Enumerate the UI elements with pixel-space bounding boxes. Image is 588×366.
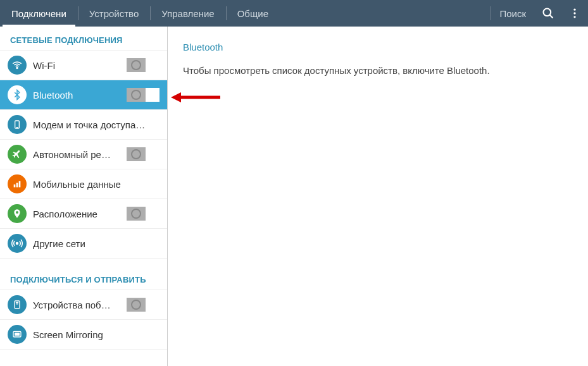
sidebar-item-label: Bluetooth [33, 90, 120, 101]
tethering-icon [8, 115, 27, 134]
sidebar-item-label: Другие сети [33, 238, 160, 249]
sidebar-item-label: Screen Mirroring [33, 329, 160, 340]
sidebar-item-label: Устройства поб… [33, 300, 120, 310]
topbar: Подключени Устройство Управление Общие П… [0, 0, 588, 27]
section-network-connections: СЕТЕВЫЕ ПОДКЛЮЧЕНИЯ [0, 27, 167, 51]
search-button[interactable]: Поиск [491, 0, 535, 27]
top-tabs: Подключени Устройство Управление Общие [0, 0, 280, 27]
mobile-data-icon [8, 174, 27, 193]
location-icon [8, 204, 27, 223]
svg-point-11 [16, 243, 18, 245]
svg-point-0 [544, 9, 551, 16]
section-connect-share: ПОДКЛЮЧИТЬСЯ И ОТПРАВИТЬ [0, 259, 167, 290]
sidebar-item-label: Мобильные данные [33, 179, 160, 190]
tab-connections[interactable]: Подключени [0, 0, 78, 27]
sidebar-item-bluetooth[interactable]: Bluetooth [0, 80, 167, 110]
sidebar-item-label: Wi-Fi [33, 60, 120, 71]
screen-mirroring-icon [8, 325, 27, 344]
wifi-icon [8, 56, 27, 75]
bluetooth-toggle[interactable] [127, 88, 160, 102]
sidebar-item-airplane[interactable]: Автономный ре… [0, 140, 167, 169]
sidebar: СЕТЕВЫЕ ПОДКЛЮЧЕНИЯ Wi-Fi Bluetooth Моде… [0, 27, 168, 366]
nearby-devices-icon [8, 295, 27, 314]
sidebar-item-tethering[interactable]: Модем и точка доступа… [0, 110, 167, 140]
airplane-icon [8, 145, 27, 164]
svg-rect-9 [16, 183, 18, 187]
bluetooth-icon [8, 85, 27, 104]
svg-rect-8 [14, 185, 16, 188]
sidebar-item-mobile-data[interactable]: Мобильные данные [0, 169, 167, 199]
svg-line-1 [550, 15, 553, 18]
tab-control[interactable]: Управление [150, 0, 225, 27]
svg-rect-14 [15, 333, 20, 335]
airplane-toggle[interactable] [127, 147, 160, 161]
content-body: Чтобы просмотреть список доступных устро… [183, 65, 573, 76]
svg-point-4 [573, 16, 575, 18]
more-icon[interactable] [561, 0, 588, 27]
sidebar-item-label: Автономный ре… [33, 149, 120, 160]
location-toggle[interactable] [127, 207, 160, 221]
sidebar-item-label: Модем и точка доступа… [33, 119, 160, 130]
tab-general[interactable]: Общие [226, 0, 280, 27]
sidebar-item-wifi[interactable]: Wi-Fi [0, 51, 167, 80]
wifi-toggle[interactable] [127, 58, 160, 72]
search-icon[interactable] [535, 0, 561, 27]
sidebar-item-location[interactable]: Расположение [0, 199, 167, 229]
svg-rect-10 [19, 181, 21, 187]
nearby-devices-toggle[interactable] [127, 298, 160, 312]
tab-device[interactable]: Устройство [78, 0, 150, 27]
antenna-icon [8, 234, 27, 253]
topbar-right: Поиск [491, 0, 588, 27]
sidebar-item-screen-mirroring[interactable]: Screen Mirroring [0, 320, 167, 350]
svg-point-5 [16, 68, 18, 69]
sidebar-item-label: Расположение [33, 209, 120, 219]
svg-point-2 [573, 9, 575, 11]
sidebar-item-nearby-devices[interactable]: Устройства поб… [0, 290, 167, 320]
content-title: Bluetooth [183, 42, 573, 52]
content-pane: Bluetooth Чтобы просмотреть список досту… [168, 27, 588, 366]
svg-point-3 [573, 12, 575, 14]
sidebar-item-more-networks[interactable]: Другие сети [0, 229, 167, 259]
